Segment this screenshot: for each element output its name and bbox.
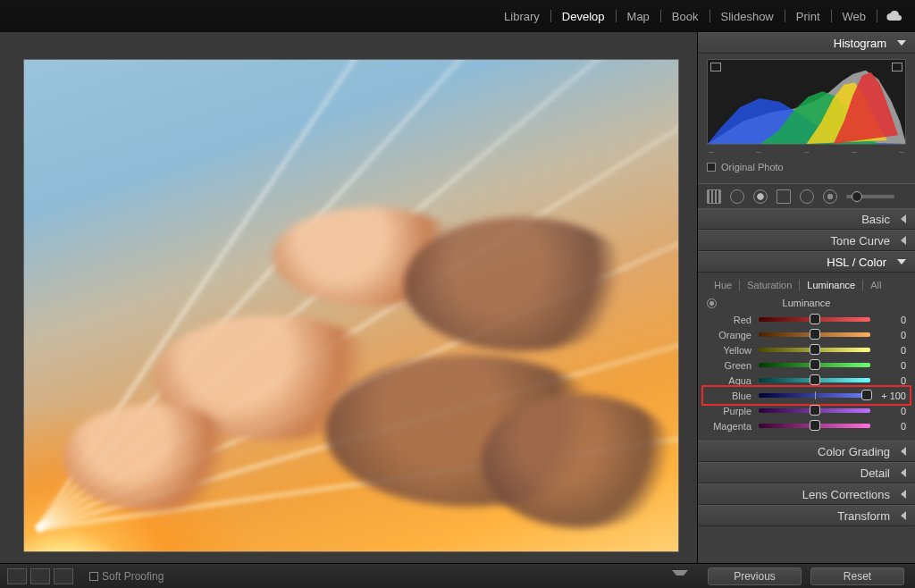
luminance-slider-orange[interactable] <box>759 332 870 337</box>
graduated-filter-tool[interactable] <box>776 189 791 204</box>
slider-knob[interactable] <box>810 405 820 416</box>
panel-hsl-header[interactable]: HSL / Color <box>698 251 915 273</box>
canvas-zone <box>0 32 697 563</box>
panel-detail-header[interactable]: Detail <box>698 462 915 483</box>
luminance-row-magenta: Magenta0 <box>707 418 906 433</box>
slider-value[interactable]: 0 <box>877 406 906 416</box>
hsl-subtabs: Hue Saturation Luminance All <box>698 276 915 294</box>
redeye-tool[interactable] <box>753 189 768 204</box>
slider-label: Orange <box>707 330 751 340</box>
module-tabs: Library Develop Map Book Slideshow Print… <box>0 0 915 32</box>
slider-knob[interactable] <box>810 314 820 324</box>
hsl-body: Hue Saturation Luminance All Luminance R… <box>698 273 915 441</box>
mask-amount-slider[interactable] <box>846 195 894 198</box>
panel-tonecurve-header[interactable]: Tone Curve <box>698 230 915 251</box>
slider-knob[interactable] <box>810 420 820 431</box>
luminance-row-red: Red0 <box>707 312 906 327</box>
tab-map[interactable]: Map <box>624 8 653 25</box>
triangle-left-icon <box>901 490 906 499</box>
slider-value[interactable]: 0 <box>877 375 906 386</box>
luminance-row-green: Green0 <box>707 357 906 373</box>
luminance-slider-red[interactable] <box>759 317 870 322</box>
hsl-tab-all[interactable]: All <box>863 278 888 292</box>
local-adjust-toolbar <box>698 183 915 208</box>
panel-title: Histogram <box>834 37 886 50</box>
slider-label: Magenta <box>707 421 751 432</box>
slider-knob[interactable] <box>810 359 820 370</box>
luminance-row-aqua: Aqua0 <box>707 373 906 388</box>
triangle-down-icon <box>897 259 906 265</box>
slider-label: Purple <box>707 406 751 416</box>
luminance-slider-purple[interactable] <box>759 408 870 413</box>
triangle-left-icon <box>901 511 906 520</box>
brush-tool[interactable] <box>823 189 837 204</box>
slider-value[interactable]: 0 <box>877 345 906 356</box>
tab-develop[interactable]: Develop <box>558 8 609 25</box>
luminance-row-blue: Blue+ 100 <box>707 388 906 403</box>
panel-transform-header[interactable]: Transform <box>698 505 915 526</box>
hsl-tab-luminance[interactable]: Luminance <box>800 278 862 292</box>
slider-value[interactable]: 0 <box>877 330 906 340</box>
hsl-tab-hue[interactable]: Hue <box>707 278 739 292</box>
spot-removal-tool[interactable] <box>730 189 744 204</box>
crop-tool[interactable] <box>707 189 721 204</box>
reset-button[interactable]: Reset <box>810 567 904 585</box>
slider-label: Yellow <box>707 345 751 356</box>
slider-label: Red <box>707 315 751 325</box>
luminance-slider-green[interactable] <box>759 363 870 367</box>
toolbar-disclosure-icon[interactable] <box>672 570 688 583</box>
tab-book[interactable]: Book <box>668 8 702 25</box>
loupe-view-button[interactable] <box>7 568 27 584</box>
luminance-slider-aqua[interactable] <box>759 378 870 382</box>
before-after-tb-button[interactable] <box>54 568 73 584</box>
luminance-section-label: Luminance <box>726 298 887 308</box>
triangle-down-icon <box>897 40 906 46</box>
cloud-sync-icon[interactable] <box>885 10 902 22</box>
luminance-row-orange: Orange0 <box>707 327 906 342</box>
develop-panel: Histogram ––––– <box>697 32 915 563</box>
luminance-row-purple: Purple0 <box>707 403 906 418</box>
luminance-slider-magenta[interactable] <box>759 424 870 428</box>
checkbox-icon[interactable] <box>89 572 98 581</box>
before-after-lr-button[interactable] <box>30 568 50 584</box>
slider-value[interactable]: 0 <box>877 421 906 432</box>
luminance-slider-yellow[interactable] <box>759 348 870 352</box>
slider-knob[interactable] <box>810 344 820 355</box>
panel-lens-header[interactable]: Lens Corrections <box>698 483 915 505</box>
tab-library[interactable]: Library <box>500 8 543 25</box>
slider-value[interactable]: 0 <box>877 315 906 325</box>
slider-value[interactable]: 0 <box>877 360 906 371</box>
histogram-chart[interactable] <box>707 59 906 145</box>
original-photo-toggle[interactable]: Original Photo <box>707 156 906 180</box>
panel-colorgrading-header[interactable]: Color Grading <box>698 441 915 462</box>
slider-knob[interactable] <box>810 374 820 385</box>
radial-filter-tool[interactable] <box>800 189 814 204</box>
slider-label: Green <box>707 360 751 371</box>
triangle-left-icon <box>901 468 906 477</box>
slider-value[interactable]: + 100 <box>877 391 906 401</box>
luminance-row-yellow: Yellow0 <box>707 342 906 357</box>
luminance-slider-blue[interactable] <box>759 393 870 398</box>
soft-proofing-label: Soft Proofing <box>102 570 164 583</box>
targeted-adjust-icon[interactable] <box>707 298 717 308</box>
triangle-left-icon <box>901 236 906 245</box>
checkbox-icon <box>707 163 716 172</box>
slider-label: Aqua <box>707 375 751 386</box>
hsl-tab-saturation[interactable]: Saturation <box>740 278 799 292</box>
triangle-left-icon <box>901 214 906 223</box>
bottom-toolbar: Soft Proofing Previous Reset <box>0 563 915 588</box>
histogram-body: ––––– Original Photo <box>698 54 915 183</box>
app-root: Library Develop Map Book Slideshow Print… <box>0 0 915 588</box>
panel-basic-header[interactable]: Basic <box>698 208 915 230</box>
panel-histogram-header[interactable]: Histogram <box>698 32 915 54</box>
triangle-left-icon <box>901 447 906 456</box>
tab-print[interactable]: Print <box>793 8 824 25</box>
slider-knob[interactable] <box>810 329 820 340</box>
preview-image[interactable] <box>23 59 679 552</box>
slider-knob[interactable] <box>861 390 872 400</box>
tab-slideshow[interactable]: Slideshow <box>718 8 777 25</box>
tab-web[interactable]: Web <box>839 8 870 25</box>
previous-button[interactable]: Previous <box>708 567 802 585</box>
slider-label: Blue <box>707 391 751 401</box>
